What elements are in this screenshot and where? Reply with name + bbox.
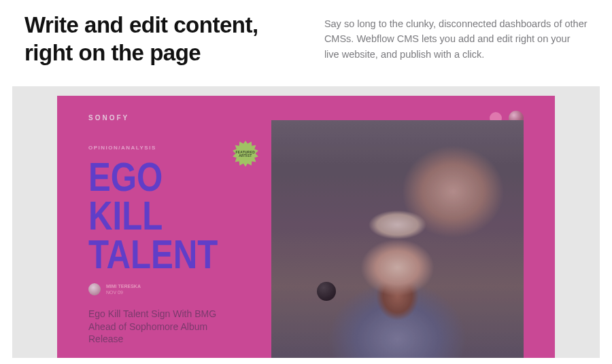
author-meta: MIMI TERESKA NOV 09 bbox=[106, 283, 141, 295]
article-content: FEATURED ARTIST OPINION/ANALYSIS EGO KIL… bbox=[88, 145, 524, 358]
microphone-icon bbox=[317, 282, 336, 301]
site-preview-frame: SONOFY FEATURED ARTIST OPINION/ANALYSIS … bbox=[12, 86, 600, 358]
feature-description: Say so long to the clunky, disconnected … bbox=[324, 11, 588, 67]
article-date: NOV 09 bbox=[106, 289, 141, 295]
article-hero-title[interactable]: EGO KILL TALENT bbox=[88, 158, 238, 274]
site-brand[interactable]: SONOFY bbox=[88, 114, 129, 122]
page-header: Write and edit content, right on the pag… bbox=[0, 0, 612, 86]
feature-headline: Write and edit content, right on the pag… bbox=[24, 11, 284, 67]
article-hero-image bbox=[271, 120, 524, 358]
author-byline[interactable]: MIMI TERESKA NOV 09 bbox=[88, 283, 271, 295]
badge-label: FEATURED ARTIST bbox=[236, 151, 255, 158]
author-name: MIMI TERESKA bbox=[106, 283, 141, 289]
site-canvas[interactable]: SONOFY FEATURED ARTIST OPINION/ANALYSIS … bbox=[57, 96, 555, 358]
article-text-column: FEATURED ARTIST OPINION/ANALYSIS EGO KIL… bbox=[88, 145, 271, 358]
author-avatar bbox=[88, 283, 101, 295]
featured-badge: FEATURED ARTIST bbox=[231, 139, 260, 169]
article-subtitle[interactable]: Ego Kill Talent Sign With BMG Ahead of S… bbox=[88, 308, 238, 346]
